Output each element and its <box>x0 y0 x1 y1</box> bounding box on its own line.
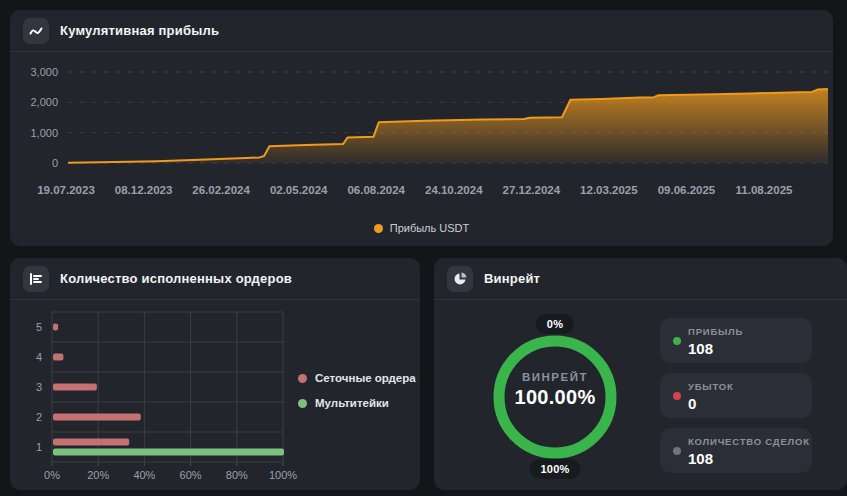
bar-grid-orders <box>53 324 58 331</box>
legend-label-profit-usdt: Прибыль USDT <box>390 222 470 234</box>
winrate-center-label: ВИНРЕЙТ <box>475 371 635 383</box>
legend-item-grid-orders[interactable]: Сеточные ордера <box>298 372 416 384</box>
legend-dot-profit-usdt <box>374 224 383 233</box>
stat-label-profit: ПРИБЫЛЬ <box>688 326 804 337</box>
horizontal-bars-icon <box>23 266 49 292</box>
stat-value-trades-count: 108 <box>688 450 804 467</box>
executed-orders-header: Количество исполненных ордеров <box>10 258 420 300</box>
x-tick-label: 40% <box>133 469 155 481</box>
category-label: 4 <box>36 351 42 363</box>
gauge-badge-hundred: 100% <box>530 459 581 479</box>
loss-dot <box>673 392 681 400</box>
legend-item-multitakes[interactable]: Мультитейки <box>298 397 416 409</box>
stat-value-profit: 108 <box>688 340 804 357</box>
legend-dot-multitakes <box>298 399 307 408</box>
legend-dot-grid-orders <box>298 374 307 383</box>
y-tick-label: 3,000 <box>30 66 58 78</box>
orders-legend: Сеточные ордера Мультитейки <box>298 372 416 409</box>
x-tick-label: 60% <box>180 469 202 481</box>
x-tick-label: 08.12.2023 <box>115 184 173 196</box>
panel-title: Количество исполненных ордеров <box>60 271 292 286</box>
bar-multitakes <box>53 449 284 456</box>
stat-value-loss: 0 <box>688 395 804 412</box>
line-chart-icon <box>23 18 49 44</box>
executed-orders-panel: Количество исполненных ордеров 0%20%40%6… <box>10 258 420 490</box>
x-tick-label: 20% <box>87 469 109 481</box>
winrate-center: ВИНРЕЙТ 100.00% <box>475 371 635 409</box>
winrate-center-value: 100.00% <box>475 386 635 409</box>
stat-card-loss: УБЫТОК 0 <box>660 373 812 418</box>
x-tick-label: 80% <box>226 469 248 481</box>
stat-card-trades-count: КОЛИЧЕСТВО СДЕЛОК 108 <box>660 428 812 473</box>
x-tick-label: 19.07.2023 <box>37 184 95 196</box>
bar-grid-orders <box>53 439 129 446</box>
category-label: 3 <box>36 381 42 393</box>
legend-label-grid-orders: Сеточные ордера <box>315 372 416 384</box>
x-tick-label: 0% <box>44 469 60 481</box>
bar-grid-orders <box>53 384 97 391</box>
x-tick-label: 27.12.2024 <box>503 184 561 196</box>
gauge-badge-zero: 0% <box>536 314 574 334</box>
winrate-header: Винрейт <box>434 258 847 300</box>
trades-count-dot <box>673 447 681 455</box>
y-tick-label: 2,000 <box>30 96 58 108</box>
cumulative-legend[interactable]: Прибыль USDT <box>10 222 833 234</box>
x-tick-label: 26.02.2024 <box>192 184 250 196</box>
stat-label-trades-count: КОЛИЧЕСТВО СДЕЛОК <box>688 436 804 447</box>
bar-grid-orders <box>53 414 141 421</box>
category-label: 2 <box>36 411 42 423</box>
x-tick-label: 12.03.2025 <box>580 184 638 196</box>
profit-dot <box>673 337 681 345</box>
stat-card-profit: ПРИБЫЛЬ 108 <box>660 318 812 363</box>
profit-area-fill <box>68 89 828 163</box>
cumulative-profit-header: Кумулятивная прибыль <box>10 10 833 52</box>
y-tick-label: 0 <box>52 157 58 169</box>
pie-chart-icon <box>447 266 473 292</box>
legend-label-multitakes: Мультитейки <box>315 397 389 409</box>
x-tick-label: 02.05.2024 <box>270 184 328 196</box>
x-tick-label: 11.08.2025 <box>736 184 794 196</box>
cumulative-profit-panel: Кумулятивная прибыль 01,0002,0003,00019.… <box>10 10 833 246</box>
x-tick-label: 24.10.2024 <box>425 184 483 196</box>
stat-label-loss: УБЫТОК <box>688 381 804 392</box>
category-label: 5 <box>36 321 42 333</box>
bar-grid-orders <box>53 354 63 361</box>
x-tick-label: 09.06.2025 <box>658 184 716 196</box>
y-tick-label: 1,000 <box>30 127 58 139</box>
cumulative-profit-chart: 01,0002,0003,00019.07.202308.12.202326.0… <box>10 54 833 214</box>
winrate-panel: Винрейт 0% 100% ВИНРЕЙТ 100.00% ПРИБЫЛЬ … <box>434 258 847 490</box>
category-label: 1 <box>36 441 42 453</box>
panel-title: Винрейт <box>484 271 540 286</box>
x-tick-label: 06.08.2024 <box>347 184 405 196</box>
panel-title: Кумулятивная прибыль <box>60 23 219 38</box>
x-tick-label: 100% <box>269 469 297 481</box>
